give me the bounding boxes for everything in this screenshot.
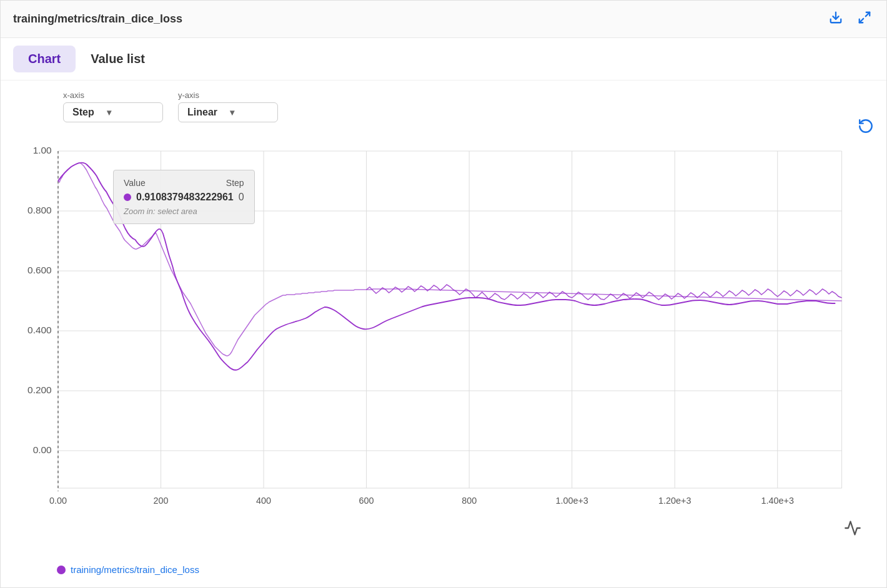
chart-area[interactable]: 1.00 0.800 0.600 0.400 0.200 0.00 0.00 2… (13, 132, 874, 558)
x-axis-select[interactable]: Step ▾ (63, 102, 163, 122)
svg-text:600: 600 (359, 496, 374, 506)
download-button[interactable] (826, 8, 845, 30)
svg-text:1.40e+3: 1.40e+3 (761, 496, 795, 506)
svg-text:200: 200 (154, 496, 169, 506)
svg-text:0.200: 0.200 (27, 385, 52, 395)
page-header: training/metrics/train_dice_loss (1, 1, 886, 38)
tab-value-list[interactable]: Value list (83, 46, 152, 72)
y-axis-label: y-axis (178, 91, 278, 100)
svg-text:0.00: 0.00 (49, 496, 67, 506)
chart-svg: 1.00 0.800 0.600 0.400 0.200 0.00 0.00 2… (13, 132, 874, 519)
svg-text:1.00e+3: 1.00e+3 (555, 496, 588, 506)
legend-label[interactable]: training/metrics/train_dice_loss (71, 564, 199, 575)
svg-text:0.400: 0.400 (27, 325, 52, 335)
expand-button[interactable] (855, 8, 874, 30)
svg-text:400: 400 (256, 496, 271, 506)
x-axis-label: x-axis (63, 91, 163, 100)
legend-dot (57, 566, 66, 574)
chart-legend: training/metrics/train_dice_loss (13, 564, 874, 575)
tab-chart[interactable]: Chart (13, 46, 76, 72)
x-axis-value: Step (72, 107, 94, 118)
x-axis-group: x-axis Step ▾ (63, 91, 163, 122)
y-axis-select[interactable]: Linear ▾ (178, 102, 278, 122)
svg-text:800: 800 (462, 496, 477, 506)
svg-text:1.20e+3: 1.20e+3 (658, 496, 691, 506)
tabs-row: Chart Value list (1, 38, 886, 81)
header-actions (826, 8, 874, 30)
svg-text:1.00: 1.00 (33, 145, 52, 155)
chart-container: x-axis Step ▾ y-axis Linear ▾ (1, 81, 886, 587)
title-prefix: training/metrics/ (13, 12, 101, 25)
svg-text:0.00: 0.00 (33, 444, 52, 455)
page-title: training/metrics/train_dice_loss (13, 12, 182, 26)
svg-text:0.600: 0.600 (27, 265, 52, 275)
y-axis-group: y-axis Linear ▾ (178, 91, 278, 122)
smooth-icon-btn[interactable] (844, 519, 861, 539)
y-axis-value: Linear (187, 107, 217, 118)
title-bold: train_dice_loss (101, 12, 182, 25)
x-axis-chevron: ▾ (107, 107, 111, 117)
y-axis-chevron: ▾ (230, 107, 234, 117)
svg-text:0.800: 0.800 (27, 205, 52, 215)
axis-controls: x-axis Step ▾ y-axis Linear ▾ (63, 91, 874, 122)
